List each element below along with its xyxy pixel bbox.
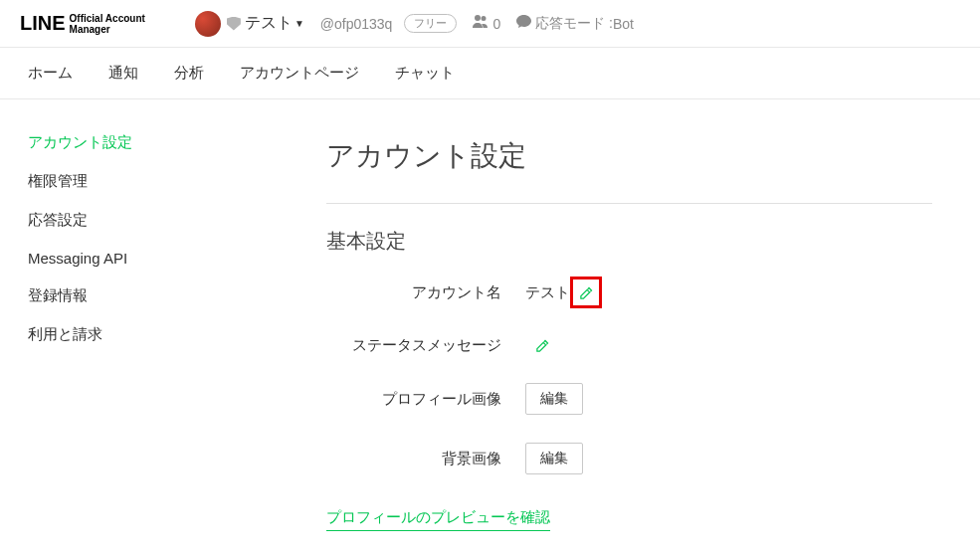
value-account-name: テスト (525, 283, 570, 302)
logo-text-main: LINE (20, 12, 66, 35)
sidebar-item-messaging-api[interactable]: Messaging API (28, 240, 279, 277)
shield-icon (227, 17, 241, 31)
label-status-message: ステータスメッセージ (326, 336, 525, 355)
response-mode[interactable]: 応答モード : Bot (516, 15, 634, 33)
caret-down-icon: ▼ (294, 18, 304, 29)
label-bg-image: 背景画像 (326, 450, 525, 468)
tab-account-page[interactable]: アカウントページ (240, 64, 359, 83)
profile-preview-link[interactable]: プロフィールのプレビューを確認 (326, 508, 550, 531)
label-profile-image: プロフィール画像 (326, 390, 525, 409)
account-id: @ofp0133q (320, 16, 393, 32)
row-bg-image: 背景画像 編集 (326, 443, 932, 474)
section-title: 基本設定 (326, 228, 932, 255)
divider (326, 203, 932, 204)
avatar (195, 11, 221, 37)
tab-analytics[interactable]: 分析 (174, 64, 204, 83)
edit-account-name-button[interactable] (577, 283, 595, 301)
plan-badge: フリー (404, 14, 457, 33)
sidebar: アカウント設定 権限管理 応答設定 Messaging API 登録情報 利用と… (0, 99, 279, 556)
row-status-message: ステータスメッセージ (326, 336, 932, 355)
label-account-name: アカウント名 (326, 283, 525, 302)
tab-chat[interactable]: チャット (395, 64, 455, 83)
friends-icon (473, 15, 489, 32)
global-header: LINE Official Account Manager テスト ▼ @ofp… (0, 0, 980, 48)
sidebar-item-response-settings[interactable]: 応答設定 (28, 201, 279, 240)
sidebar-item-permissions[interactable]: 権限管理 (28, 162, 279, 201)
chat-icon (516, 15, 531, 32)
tab-home[interactable]: ホーム (28, 64, 73, 83)
row-profile-image: プロフィール画像 編集 (326, 383, 932, 415)
row-account-name: アカウント名 テスト (326, 277, 932, 308)
friends-count: 0 (473, 15, 500, 32)
main-content: アカウント設定 基本設定 アカウント名 テスト ステータスメッセージ (279, 99, 980, 556)
edit-profile-image-button[interactable]: 編集 (525, 383, 583, 415)
account-picker[interactable]: テスト ▼ (195, 11, 304, 37)
account-name: テスト (245, 13, 293, 34)
edit-bg-image-button[interactable]: 編集 (525, 443, 583, 474)
highlight-annotation (570, 277, 602, 308)
sidebar-item-account-settings[interactable]: アカウント設定 (28, 123, 279, 162)
main-tabs: ホーム 通知 分析 アカウントページ チャット (0, 48, 980, 99)
page-title: アカウント設定 (326, 137, 932, 175)
logo-text-sub: Official Account Manager (70, 13, 145, 35)
logo[interactable]: LINE Official Account Manager (20, 12, 145, 35)
sidebar-item-registration[interactable]: 登録情報 (28, 277, 279, 315)
sidebar-item-billing[interactable]: 利用と請求 (28, 315, 279, 354)
tab-notifications[interactable]: 通知 (108, 64, 138, 83)
edit-status-message-button[interactable] (533, 337, 551, 355)
